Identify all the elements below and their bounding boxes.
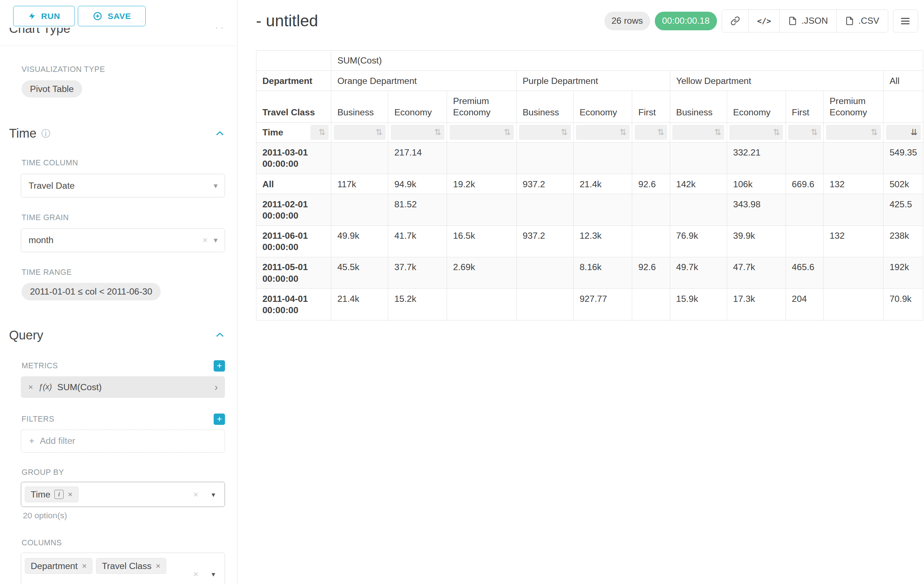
menu-button[interactable] — [893, 10, 918, 32]
column-sort-cell: ⇅ — [573, 122, 632, 142]
time-column-select[interactable]: Travel Date ▾ — [21, 174, 225, 198]
pivot-value-cell — [516, 142, 573, 174]
pivot-value-cell: 937.2 — [516, 225, 573, 257]
pivot-value-cell: 12.3k — [573, 225, 632, 257]
row-header-cell: 2011-02-01 00:00:00 — [256, 194, 331, 225]
class-header-cell: Premium Economy — [823, 91, 883, 122]
column-sort-cell: ⇅ — [516, 122, 573, 142]
sort-button[interactable]: ⇊ — [886, 125, 921, 140]
time-heading-label: Time — [9, 126, 36, 140]
sort-button[interactable]: ⇅ — [826, 125, 881, 140]
column-sort-cell: ⇅ — [447, 122, 516, 142]
sort-button[interactable]: ⇅ — [334, 125, 386, 140]
pivot-value-cell: 70.9k — [883, 289, 923, 320]
group-by-select[interactable]: Time i × × ▾ — [21, 482, 225, 507]
pivot-value-cell: 8.16k — [573, 257, 632, 288]
add-filter-placeholder: Add filter — [40, 436, 75, 446]
chevron-down-icon: ▾ — [211, 570, 215, 578]
group-by-options-hint: 20 option(s) — [23, 511, 237, 520]
clear-all-icon[interactable]: × — [193, 569, 198, 579]
table-row: All117k94.9k19.2k937.221.4k92.6142k106k6… — [256, 174, 923, 194]
chevron-down-icon: ▾ — [214, 181, 218, 191]
sort-icon: ⇅ — [871, 128, 878, 137]
sort-icon: ⇅ — [434, 128, 441, 137]
column-info-icon[interactable]: i — [54, 490, 64, 499]
add-filter-box[interactable]: + Add filter — [21, 429, 225, 452]
sort-button[interactable]: ⇅ — [576, 125, 630, 140]
row-header-cell: 2011-06-01 00:00:00 — [256, 225, 331, 257]
pivot-value-cell — [785, 194, 823, 225]
export-json-button[interactable]: .JSON — [779, 10, 837, 32]
sort-button[interactable]: ⇅ — [672, 125, 724, 140]
run-button[interactable]: RUN — [13, 6, 75, 26]
pivot-value-cell: 106k — [727, 174, 785, 194]
table-row: 2011-03-01 00:00:00217.14332.21549.35 — [256, 142, 923, 174]
pivot-value-cell: 16.5k — [447, 225, 516, 257]
pivot-value-cell: 39.9k — [727, 225, 785, 257]
class-header-cell — [883, 91, 923, 122]
chart-type-section: Chart Type — [9, 28, 225, 41]
class-header-cell: Business — [331, 91, 388, 122]
metrics-label: METRICS — [21, 361, 58, 370]
sort-icon: ⇅ — [811, 128, 818, 137]
time-grain-select[interactable]: month × ▾ — [21, 229, 225, 253]
chevron-right-icon: › — [214, 382, 218, 393]
column-sort-cell: ⇅ — [823, 122, 883, 142]
sort-button[interactable]: ⇅ — [635, 125, 667, 140]
class-header-cell: Economy — [727, 91, 785, 122]
columns-chip[interactable]: Department × — [25, 558, 92, 574]
clear-all-icon[interactable]: × — [193, 489, 198, 500]
collapse-time-icon[interactable] — [215, 128, 225, 139]
info-icon[interactable]: ⓘ — [41, 127, 50, 140]
pivot-value-cell — [823, 289, 883, 320]
sort-button[interactable]: ⇅ — [729, 125, 783, 140]
chart-header-controls: 26 rows 00:00:00.18 </> .JSON . — [604, 10, 918, 32]
remove-metric-icon[interactable]: × — [28, 382, 33, 392]
pivot-value-cell: 142k — [670, 174, 727, 194]
control-panel: RUN SAVE Chart Type VISUALIZATION TYPE P… — [0, 0, 238, 584]
row-header-cell: 2011-05-01 00:00:00 — [256, 257, 331, 288]
save-button[interactable]: SAVE — [78, 6, 146, 26]
divider — [0, 46, 237, 46]
query-section-heading: Query — [9, 328, 225, 342]
sort-button[interactable]: ⇅ — [519, 125, 571, 140]
collapse-query-icon[interactable] — [215, 330, 225, 340]
remove-chip-icon[interactable]: × — [68, 489, 72, 499]
sort-button[interactable]: ⇅ — [788, 125, 821, 140]
class-header-cell: Economy — [388, 91, 447, 122]
export-csv-button[interactable]: .CSV — [837, 10, 888, 32]
lightning-icon — [28, 12, 36, 21]
clear-icon[interactable]: × — [202, 235, 208, 245]
sort-button[interactable]: ⇅ — [391, 125, 444, 140]
columns-chip[interactable]: Travel Class × — [96, 558, 166, 574]
table-row: 2011-02-01 00:00:0081.52343.98425.5 — [256, 194, 923, 225]
copy-link-button[interactable] — [722, 10, 748, 32]
metric-header-cell: SUM(Cost) — [331, 50, 923, 71]
column-sort-cell: ⇊ — [883, 122, 923, 142]
query-heading-label: Query — [9, 328, 43, 342]
sort-button[interactable]: ⇅ — [450, 125, 514, 140]
columns-select[interactable]: Department × Travel Class × × ▾ — [21, 553, 225, 584]
chevron-down-icon: ▾ — [214, 235, 218, 245]
remove-chip-icon[interactable]: × — [155, 561, 160, 571]
column-sort-cell: ⇅ — [670, 122, 727, 142]
view-query-button[interactable]: </> — [748, 10, 780, 32]
group-by-chip[interactable]: Time i × — [25, 487, 78, 502]
metric-chip[interactable]: × ƒ(x) SUM(Cost) › — [21, 376, 225, 398]
plus-icon: + — [29, 436, 34, 446]
pivot-value-cell — [823, 142, 883, 174]
pivot-value-cell: 465.6 — [785, 257, 823, 288]
time-range-pill[interactable]: 2011-01-01 ≤ col < 2011-06-30 — [21, 283, 161, 300]
sort-button[interactable]: ⇅ — [310, 125, 328, 140]
add-filter-button[interactable]: + — [214, 413, 225, 425]
sort-icon: ⇅ — [619, 128, 626, 137]
collapse-chevron-icon[interactable] — [214, 28, 224, 35]
pivot-value-cell — [785, 225, 823, 257]
table-row: 2011-06-01 00:00:0049.9k41.7k16.5k937.21… — [256, 225, 923, 257]
pivot-value-cell — [785, 142, 823, 174]
pivot-value-cell: 204 — [785, 289, 823, 320]
visualization-type-pill[interactable]: Pivot Table — [21, 80, 82, 98]
add-metric-button[interactable]: + — [214, 360, 225, 372]
remove-chip-icon[interactable]: × — [82, 561, 87, 571]
pivot-value-cell: 37.7k — [388, 257, 447, 288]
